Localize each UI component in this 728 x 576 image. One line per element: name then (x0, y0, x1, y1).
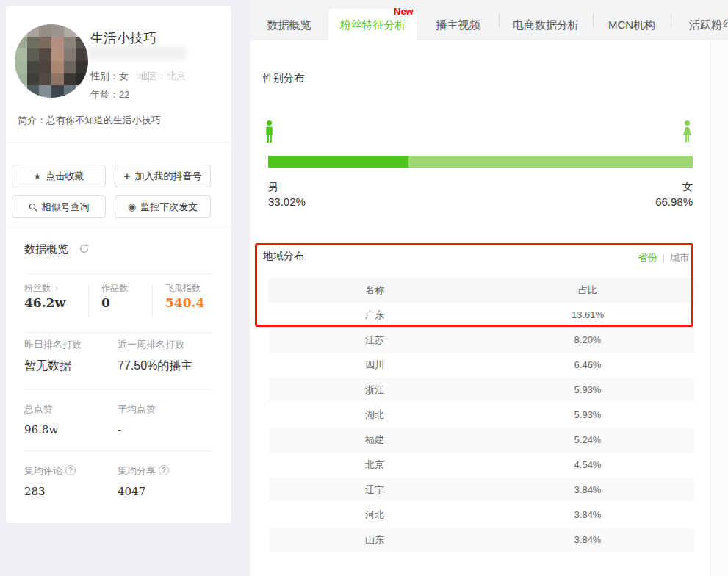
divider (671, 13, 671, 28)
total-likes-label: 总点赞 (24, 403, 53, 416)
works-count-label: 作品数 (101, 282, 128, 295)
avatar-pixel (64, 37, 76, 49)
avg-likes-label: 平均点赞 (118, 403, 156, 416)
avatar-pixel (39, 48, 51, 61)
avg-shares-value: 4047 (118, 485, 145, 498)
profile-gender: 性别：女 (90, 70, 129, 83)
male-icon (263, 120, 275, 150)
tab-data-overview[interactable]: 数据概览 (250, 9, 328, 40)
add-to-my-douyin-label: 加入我的抖音号 (134, 170, 201, 183)
week-rank-value: 77.50%的播主 (118, 359, 192, 374)
avatar-pixel (51, 85, 64, 98)
avg-likes-value: - (118, 423, 121, 436)
tab-active-fans[interactable]: 活跃粉丝 (671, 9, 728, 40)
female-icon (681, 120, 693, 150)
data-overview-title: 数据概览 (24, 242, 90, 256)
avatar-pixel (15, 61, 27, 73)
monitor-next-post-button[interactable]: 监控下次发文 (115, 195, 211, 218)
table-row: 河北3.84% (268, 503, 694, 528)
profile-id-blurred (89, 46, 186, 60)
similar-account-label: 相似号查询 (42, 201, 90, 214)
divider (24, 450, 213, 451)
monitor-next-post-label: 监控下次发文 (140, 201, 198, 214)
total-likes-value: 96.8w (24, 423, 58, 436)
yesterday-rank-value: 暂无数据 (24, 359, 71, 374)
tab-ecommerce-analysis[interactable]: 电商数据分析 (499, 9, 593, 40)
refresh-icon[interactable] (79, 244, 90, 256)
region-name-cell: 江苏 (268, 328, 481, 353)
right-gutter (710, 40, 728, 576)
region-name-cell: 浙江 (268, 378, 481, 403)
feigua-index-label: 飞瓜指数 (165, 282, 201, 295)
male-percent: 33.02% (268, 195, 306, 208)
avg-comments-label-text: 集均评论 (24, 465, 62, 476)
week-rank-label: 近一周排名打败 (118, 338, 184, 351)
gender-bar-male (268, 156, 408, 168)
star-icon (34, 172, 42, 181)
plus-icon (124, 170, 131, 181)
avatar-pixel (64, 48, 76, 61)
favorite-button-label: 点击收藏 (46, 170, 84, 183)
yesterday-rank-label: 昨日排名打败 (24, 338, 82, 351)
table-row: 北京4.54% (268, 453, 694, 478)
tab-mcn[interactable]: MCN机构 (593, 9, 671, 40)
table-row: 广东13.61% (268, 303, 694, 328)
table-row: 福建5.24% (268, 428, 694, 453)
search-icon (29, 203, 37, 212)
divider (6, 228, 231, 228)
region-pct-cell: 3.84% (481, 528, 694, 552)
tab-videos[interactable]: 播主视频 (417, 9, 499, 40)
divider (24, 273, 213, 274)
region-pct-cell: 4.54% (481, 453, 694, 478)
region-name-cell: 广东 (268, 303, 481, 328)
similar-account-button[interactable]: 相似号查询 (12, 195, 106, 218)
divider (593, 13, 594, 28)
header-name: 名称 (268, 278, 481, 303)
profile-region: 地区：北京 (138, 70, 186, 83)
profile-name: 生活小技巧 (90, 29, 156, 47)
toggle-province[interactable]: 省份 (638, 252, 657, 263)
divider (499, 13, 500, 28)
toggle-separator: | (663, 252, 665, 263)
region-table: 名称 占比 广东13.61% 江苏8.20% 四川6.46% 浙江5.93% 湖… (268, 278, 694, 552)
avg-comments-label: 集均评论 (24, 464, 76, 478)
toggle-city[interactable]: 城市 (670, 252, 689, 263)
help-icon[interactable] (159, 465, 169, 475)
table-row: 山东3.84% (268, 528, 694, 552)
avatar-pixel (51, 24, 64, 37)
region-pct-cell: 6.46% (481, 353, 694, 378)
add-to-my-douyin-button[interactable]: 加入我的抖音号 (115, 165, 211, 187)
avatar-pixel (64, 61, 76, 73)
region-name-cell: 湖北 (268, 403, 481, 428)
gender-section-title: 性别分布 (263, 72, 304, 85)
region-name-cell: 山东 (268, 528, 481, 552)
avatar-pixel (27, 37, 40, 49)
fans-count-label[interactable]: 粉丝数 (24, 282, 58, 295)
fans-count-value: 46.2w (24, 295, 65, 310)
table-header-row: 名称 占比 (268, 278, 694, 303)
avg-shares-label-text: 集均分享 (118, 465, 156, 476)
favorite-button[interactable]: 点击收藏 (12, 165, 106, 187)
region-pct-cell: 5.93% (481, 378, 694, 403)
region-name-cell: 福建 (268, 428, 481, 453)
region-pct-cell: 8.20% (481, 328, 694, 353)
works-count-value: 0 (101, 295, 110, 310)
divider (24, 332, 213, 333)
avatar-pixel (15, 48, 27, 61)
gender-ratio-bar (268, 156, 693, 168)
avatar-pixel (39, 24, 51, 37)
divider (6, 142, 231, 143)
divider (152, 285, 153, 317)
avg-comments-value: 283 (24, 485, 46, 498)
profile-age: 年龄：22 (90, 88, 129, 101)
feigua-index-value: 540.4 (165, 295, 204, 310)
help-icon[interactable] (65, 465, 76, 475)
table-row: 辽宁3.84% (268, 478, 694, 503)
region-pct-cell: 5.24% (481, 428, 694, 453)
avatar-pixel (27, 48, 40, 61)
region-pct-cell: 3.84% (481, 478, 694, 503)
region-name-cell: 四川 (268, 353, 481, 378)
gender-bar-female (408, 156, 693, 168)
region-pct-cell: 5.93% (481, 403, 694, 428)
divider (24, 389, 213, 390)
